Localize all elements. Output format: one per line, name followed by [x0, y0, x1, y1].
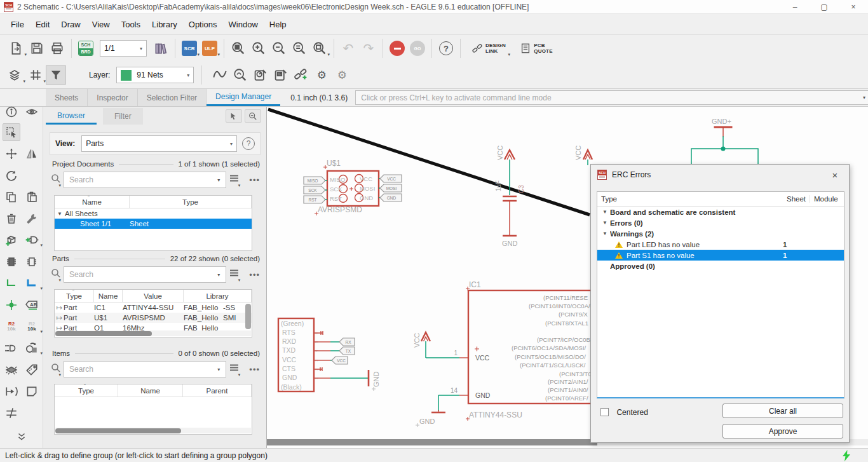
menu-draw[interactable]: Draw: [55, 17, 86, 32]
approve-button[interactable]: Approve: [722, 424, 843, 438]
erc-check-button[interactable]: [250, 65, 271, 85]
probe-button[interactable]: [230, 65, 250, 85]
sheet-selector[interactable]: 1/1▾: [100, 40, 147, 57]
invoke-gate-tool[interactable]: [3, 339, 20, 357]
zoom-in-button[interactable]: [248, 38, 269, 58]
change-wrench-tool[interactable]: [23, 210, 41, 228]
more-tools-chevron[interactable]: [13, 428, 31, 445]
minimize-button[interactable]: –: [780, 0, 810, 14]
mirror-tool[interactable]: [23, 145, 41, 163]
tree-row-sheet[interactable]: Sheet 1/1Sheet: [55, 219, 252, 229]
documents-col-type[interactable]: Type: [130, 196, 252, 208]
search-icon[interactable]: ▾: [51, 363, 61, 376]
search-icon[interactable]: ▾: [51, 173, 61, 186]
new-document-button[interactable]: ▾: [6, 38, 27, 58]
rotate-tool[interactable]: [3, 166, 20, 184]
menu-library[interactable]: Library: [146, 17, 183, 32]
tab-design-manager[interactable]: Design Manager: [207, 89, 280, 106]
documents-list-options-icon[interactable]: ▾: [229, 173, 240, 186]
select-in-canvas-button[interactable]: [226, 109, 242, 123]
grid-button[interactable]: ▾: [25, 65, 46, 85]
design-link-button[interactable]: DESIGNLINK ▾: [465, 38, 513, 58]
tab-inspector[interactable]: Inspector: [88, 89, 137, 106]
erc-col-sheet[interactable]: Sheet: [783, 195, 810, 203]
add-gate-tool[interactable]: ▾: [23, 231, 41, 249]
script-button[interactable]: SCR▾: [179, 38, 200, 58]
paste-tool[interactable]: [23, 188, 41, 206]
erc-row-approved[interactable]: Approved (0): [597, 261, 844, 271]
parts-col-type[interactable]: Type: [55, 290, 94, 302]
pin-array-tool[interactable]: [3, 383, 20, 400]
info-tool[interactable]: [3, 103, 20, 121]
maximize-button[interactable]: ▢: [810, 0, 839, 14]
value-tool[interactable]: R210k▾: [23, 318, 41, 336]
zoom-select-button[interactable]: [289, 38, 309, 58]
copy-tool[interactable]: [3, 188, 20, 206]
erc-row-warnings[interactable]: ▼Warnings (2): [597, 228, 844, 239]
items-more-icon[interactable]: •••: [249, 365, 260, 374]
panel-tab-browser[interactable]: Browser: [46, 108, 97, 125]
print-button[interactable]: [47, 38, 67, 58]
pinswap-tool[interactable]: [23, 253, 41, 271]
menu-view[interactable]: View: [86, 17, 116, 32]
layer-selector[interactable]: 91 Nets▾: [116, 67, 194, 83]
panel-help-icon[interactable]: ?: [242, 137, 255, 150]
zoom-redraw-button[interactable]: ▾: [309, 38, 330, 58]
parts-col-library[interactable]: Library: [184, 290, 252, 302]
menu-tools[interactable]: Tools: [116, 17, 146, 32]
clear-all-button[interactable]: Clear all: [722, 404, 843, 418]
switch-to-board-button[interactable]: SCHBRD: [76, 38, 96, 58]
selection-filter-button[interactable]: [46, 65, 66, 85]
part-row[interactable]: ↦PartU$1AVRISPSMDFAB_HelloSMI: [55, 313, 252, 323]
erc-col-module[interactable]: Module: [810, 195, 844, 203]
junction-tool[interactable]: [3, 296, 20, 314]
parts-list-options-icon[interactable]: ▾: [229, 268, 240, 281]
schematic-canvas[interactable]: GND+ VCC 1uF C3: [267, 107, 868, 448]
label-tool[interactable]: AB: [23, 296, 41, 314]
attribute-tool[interactable]: [23, 361, 41, 379]
show-tool[interactable]: [23, 103, 41, 121]
command-line-input[interactable]: [355, 90, 868, 105]
items-col-name[interactable]: Name: [118, 384, 183, 397]
parts-search-input[interactable]: [64, 266, 226, 283]
parts-col-value[interactable]: Value: [123, 290, 184, 302]
documents-more-icon[interactable]: •••: [249, 175, 260, 185]
net-tool[interactable]: [3, 275, 20, 292]
items-hscrollbar[interactable]: [55, 428, 181, 433]
items-search-input[interactable]: [64, 361, 226, 377]
package-3d-tool[interactable]: [3, 361, 20, 379]
search-icon[interactable]: ▾: [51, 268, 61, 281]
menu-file[interactable]: File: [5, 17, 30, 32]
erc-warning-row-s1[interactable]: Part S1 has no value1: [597, 250, 844, 261]
add-part-tool[interactable]: [3, 231, 20, 249]
group-select-tool[interactable]: [3, 123, 20, 141]
delete-tool[interactable]: [3, 210, 20, 228]
tree-row-all-sheets[interactable]: ▼All Sheets: [55, 208, 252, 219]
documents-col-name[interactable]: Name: [55, 196, 130, 208]
items-list-options-icon[interactable]: ▾: [229, 363, 240, 376]
close-button[interactable]: ×: [839, 0, 868, 14]
name-tool[interactable]: R210k: [3, 318, 20, 336]
part-row[interactable]: ↦PartIC1ATTINY44-SSUFAB_Hello-SS: [55, 302, 252, 313]
undo-button[interactable]: ↶: [338, 38, 358, 58]
zoom-to-selection-button[interactable]: [245, 109, 261, 123]
move-tool[interactable]: [3, 145, 20, 163]
menu-help[interactable]: Help: [264, 17, 292, 32]
erc-col-type[interactable]: Type: [597, 195, 783, 203]
menu-window[interactable]: Window: [223, 17, 264, 32]
tab-sheets[interactable]: Sheets: [46, 89, 88, 106]
save-button[interactable]: [27, 38, 47, 58]
erc-errors-button[interactable]: [271, 65, 291, 85]
parts-vscrollbar[interactable]: [245, 304, 251, 329]
view-selector[interactable]: Parts▾: [81, 135, 237, 152]
command-line-caret-icon[interactable]: ▾: [863, 95, 865, 100]
panel-tab-filter[interactable]: Filter: [103, 108, 143, 125]
redo-button[interactable]: ↷: [358, 38, 379, 58]
add-link-button[interactable]: [291, 65, 311, 85]
erc-dialog-titlebar[interactable]: ERC Errors ×: [591, 165, 849, 185]
parts-more-icon[interactable]: •••: [249, 270, 260, 280]
smash-tool[interactable]: ▾: [23, 339, 41, 357]
simulate-button[interactable]: [210, 65, 230, 85]
parts-col-name[interactable]: Name: [94, 290, 123, 302]
tab-selection-filter[interactable]: Selection Filter: [138, 89, 207, 106]
